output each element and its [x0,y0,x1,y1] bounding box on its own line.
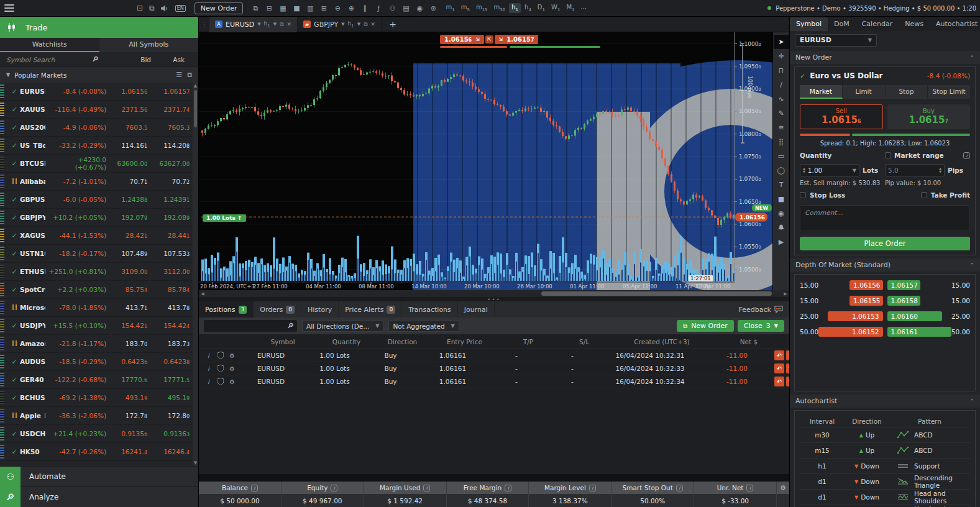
info-icon[interactable]: i [204,364,213,373]
watchlist-row-BTCUSD[interactable]: ✓BTCUSD+4230.0 (+0.67%)63600.0063627.00 [0,155,198,173]
collapse-chevron-icon[interactable]: ⌃ [969,55,974,61]
place-order-button[interactable]: Place Order [800,237,970,250]
snapshot-icon[interactable]: ◉ [774,206,789,221]
dom-bid-row[interactable]: 15.001.06155 [800,295,883,307]
info-icon[interactable]: i [204,351,213,360]
split-chart-icon[interactable]: ▥ [303,1,317,15]
order-type-stop[interactable]: Stop [886,85,928,99]
chart-tab-EURUSD[interactable]: AEURUSD▼h1▼⧉✕ [209,17,298,32]
trendline-icon[interactable]: ∕ [774,78,789,92]
crosshair-visibility-icon[interactable]: ◉ [413,1,426,15]
chart-settings-icon[interactable]: ⊞ [317,1,331,15]
stepper-arrows-icon[interactable]: ▲▼ [939,167,941,173]
watchlist-row-Apple_Inc_(AAPL.O)[interactable]: Apple_Inc_(AAPL.O)-36.3 (-2.06%)172.7817… [0,407,198,425]
right-tab-calendar[interactable]: Calendar [856,17,899,31]
polyline-icon[interactable]: ∿ [774,92,789,106]
text-tool-icon[interactable]: T [774,178,789,192]
language-selector[interactable]: EN [175,5,186,12]
symbol-select[interactable]: EURUSD▼ [795,34,877,47]
sell-button[interactable]: Sell 1.06156 [800,104,883,129]
new-order-section-header[interactable]: New Order⌃ [790,51,980,64]
popout-icon[interactable]: ⧉ [364,21,367,28]
robot-icon[interactable]: ⚇ [385,1,399,15]
dom-bid-row[interactable]: 25.001.06153 [800,310,883,322]
dom-ask-row[interactable]: 1.0615715.00 [887,279,971,291]
quick-trade-drag-icon[interactable]: ⇱ [485,35,493,43]
watchlist-row-USTN10YR[interactable]: ✓USTN10YR-18.2 (-0.17%)107.489107.533 [0,245,198,263]
timeframe-m5[interactable]: m5 [459,3,472,13]
zoom-out-icon[interactable]: ⊖ [331,1,344,15]
grid-multichart-icon[interactable]: ▦ [276,1,290,15]
tab-orders[interactable]: Orders0 [254,301,301,317]
dom-ask-row[interactable]: 1.0615815.00 [887,295,971,307]
chart-tab-timeframe[interactable]: h1 [348,21,354,29]
protection-shield-icon[interactable] [216,364,225,373]
info-icon[interactable]: i [963,152,970,159]
tab-journal[interactable]: Journal [458,301,495,317]
autochartist-row[interactable]: m15▲UpABCD [800,443,970,459]
chart-area[interactable]: 1.100001.095001.090001.085001.080001.075… [199,32,789,290]
aggregation-filter-select[interactable]: Not Aggregated▼ [388,320,459,332]
watchlist-row-US_TBond[interactable]: ✓US_TBond-33.2 (-0.29%)114.161114.208 [0,137,198,155]
right-tab-news[interactable]: News [899,17,930,31]
autochartist-row[interactable]: d1▼DownHead and Shoulders [800,490,970,505]
chart-tab-timeframe[interactable]: h1 [264,21,270,29]
fibonacci-icon[interactable]: ⣿ [774,135,789,149]
position-row[interactable]: i⚙EURUSD1.00 LotsBuy1.06161--16/04/2024 … [199,362,789,375]
tab-watchlists[interactable]: Watchlists [0,38,99,52]
ellipse-icon[interactable]: ◯ [774,163,789,178]
order-type-limit[interactable]: Limit [843,85,886,99]
chart-tab-GBPJPY[interactable]: ▰GBPJPY▼h1▼⧉✕ [298,17,382,32]
list-view-icon[interactable]: ☰ [176,71,182,79]
right-tab-autochartist[interactable]: Autochartist [930,17,980,31]
info-icon[interactable]: i [746,485,753,491]
watchlist-row-ETHUSD[interactable]: ✓ETHUSD+251.0 (+0.81%)3109.003112.00 [0,263,198,281]
dom-section-header[interactable]: Depth Of Market (Standard)⌃ [790,258,980,272]
timeframe-M1[interactable]: M1 [564,3,577,13]
layers-icon[interactable]: ▤ [399,1,413,15]
market-range-stepper[interactable]: 5.0 ▲▼ [885,164,945,176]
fundamentals-icon[interactable]: ƒ [372,1,385,15]
scroll-right-icon[interactable]: ▶ [782,291,789,296]
popout-icon[interactable]: ⧉ [187,71,192,79]
watchlist-row-GBPJPY[interactable]: ✓GBPJPY+10.2 (+0.05%)192.079192.089 [0,209,198,227]
analyze-button[interactable]: 🔎︎ Analyze [0,486,198,507]
autochartist-row[interactable]: h1▼DownSupport [800,459,970,474]
watchlist-row-XAUUSD[interactable]: ✓XAUUSD-116.4 (-0.49%)2371.562371.74 [0,101,198,119]
quick-buy-button[interactable]: ⇲1.06157 [495,35,539,44]
tab-history[interactable]: History [301,301,339,317]
quick-sell-button[interactable]: 1.06156⇲ [440,35,484,44]
info-icon[interactable]: i [676,485,683,491]
direction-filter-select[interactable]: All Directions (De...▼ [302,320,383,332]
order-type-market[interactable]: Market [800,85,843,99]
settings-gear-icon[interactable]: ⚙ [227,364,237,373]
reverse-position-icon[interactable]: ↶ [774,350,784,360]
stop-loss-checkbox[interactable] [800,192,806,198]
buy-button[interactable]: Buy 1.06157 [887,104,971,129]
info-icon[interactable]: i [589,485,596,491]
timeframe-m1[interactable]: m1 [443,3,457,13]
dom-bid-row[interactable]: 15.001.06156 [800,279,883,291]
price-chart[interactable]: 1.100001.095001.090001.085001.080001.075… [199,32,772,290]
watchlist-row-Amazon.com_Inc_(AMZ...[interactable]: Amazon.com_Inc_(AMZ...-21.8 (-1.17%)183.… [0,335,198,353]
scroll-down-icon[interactable]: ▼ [194,460,197,466]
position-row[interactable]: i⚙EURUSD1.00 LotsBuy1.06161--16/04/2024 … [199,375,789,388]
timeframe-W1[interactable]: W1 [549,3,562,13]
market-range-checkbox[interactable] [885,152,891,158]
dom-ask-row[interactable]: 1.0616150.00 [887,326,971,338]
protection-shield-icon[interactable] [216,377,225,386]
right-tab-dom[interactable]: DoM [828,17,856,31]
windows-icon[interactable]: ⧉ [146,0,158,17]
watchlist-row-BCHUSD[interactable]: ✓BCHUSD-69.2 (-1.38%)493.19495.19 [0,389,198,407]
link-charts-icon[interactable]: ⧉ [249,1,262,15]
hscroll-thumb[interactable] [541,291,772,296]
speaker-icon[interactable] [158,0,172,17]
watchlist-row-AUS200[interactable]: ✓AUS200-4.9 (-0.06%)7603.57605.3 [0,119,198,137]
info-icon[interactable]: i [423,485,430,491]
positions-search-input[interactable]: 🔎︎ [204,320,297,332]
dom-ask-row[interactable]: 1.0616025.00 [887,310,971,322]
position-row[interactable]: i⚙EURUSD1.00 LotsBuy1.06161--16/04/2024 … [199,349,789,362]
cursor-icon[interactable]: ➤ [774,35,789,49]
magnet-icon[interactable]: ⊓ [774,63,789,78]
watchlist-row-Microsoft_Corp_(MSFT.O)[interactable]: Microsoft_Corp_(MSFT.O)-78.0 (-1.85%)413… [0,299,198,317]
